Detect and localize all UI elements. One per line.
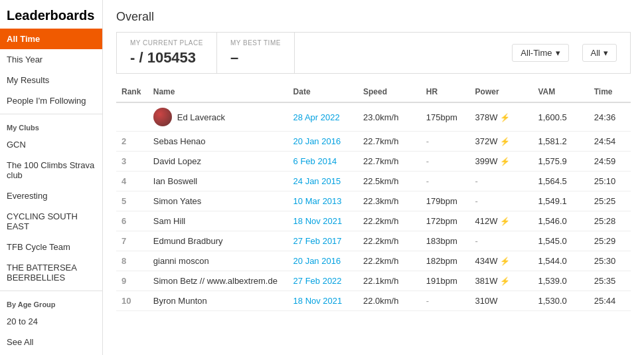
col-speed: Speed bbox=[358, 82, 421, 102]
col-time: Time bbox=[589, 82, 631, 102]
main-content: Overall MY CURRENT PLACE - / 105453 MY B… bbox=[103, 0, 644, 355]
cell-date[interactable]: 28 Apr 2022 bbox=[288, 102, 358, 132]
sidebar-item-battersea[interactable]: THE BATTERSEA BEERBELLIES bbox=[0, 257, 102, 288]
date-link[interactable]: 10 Mar 2013 bbox=[293, 196, 342, 206]
time-filter-button[interactable]: All-Time ▾ bbox=[512, 44, 568, 62]
cell-vam: 1,549.1 bbox=[532, 191, 588, 211]
cell-rank: 7 bbox=[116, 231, 148, 251]
cell-rank: 6 bbox=[116, 211, 148, 231]
cell-date[interactable]: 27 Feb 2022 bbox=[288, 271, 358, 291]
cell-name: Sebas Henao bbox=[148, 132, 288, 152]
sidebar-item-age-20-24[interactable]: 20 to 24 bbox=[0, 311, 102, 332]
lightning-icon: ⚡ bbox=[498, 137, 510, 146]
category-filter-label: All bbox=[591, 48, 600, 58]
lightning-icon: ⚡ bbox=[498, 217, 510, 226]
athlete-name: Ed Laverack bbox=[177, 112, 225, 122]
sidebar-item-tfb[interactable]: TFB Cycle Team bbox=[0, 237, 102, 257]
sidebar-item-cycling-se[interactable]: CYCLING SOUTH EAST bbox=[0, 206, 102, 237]
cell-hr: - bbox=[421, 132, 470, 152]
clubs-section-label: My Clubs bbox=[0, 117, 102, 134]
cell-vam: 1,546.0 bbox=[532, 211, 588, 231]
table-row: 9Simon Betz // www.albextrem.de27 Feb 20… bbox=[116, 271, 631, 291]
leaderboard-table: Rank Name Date Speed HR Power VAM Time E… bbox=[116, 82, 631, 311]
cell-power: - bbox=[470, 172, 533, 191]
cell-power: 310W bbox=[470, 291, 533, 311]
cell-vam: 1,600.5 bbox=[532, 102, 588, 132]
cell-name: Simon Betz // www.albextrem.de bbox=[148, 271, 288, 291]
age-section-label: By Age Group bbox=[0, 294, 102, 311]
date-link[interactable]: 6 Feb 2014 bbox=[293, 156, 337, 166]
sidebar-item-following[interactable]: People I'm Following bbox=[0, 90, 102, 111]
chevron-down-icon: ▾ bbox=[556, 48, 560, 58]
table-row: Ed Laverack28 Apr 202223.0km/h175bpm378W… bbox=[116, 102, 631, 132]
current-place-label: MY CURRENT PLACE bbox=[130, 39, 203, 47]
cell-date[interactable]: 10 Mar 2013 bbox=[288, 191, 358, 211]
cell-date[interactable]: 27 Feb 2017 bbox=[288, 231, 358, 251]
cell-hr: - bbox=[421, 291, 470, 311]
sidebar-item-age-see-all[interactable]: See All bbox=[0, 332, 102, 352]
date-link[interactable]: 18 Nov 2021 bbox=[293, 296, 343, 306]
sidebar-item-100climbs[interactable]: The 100 Climbs Strava club bbox=[0, 155, 102, 185]
table-row: 7Edmund Bradbury27 Feb 201722.2km/h183bp… bbox=[116, 231, 631, 251]
cell-speed: 22.1km/h bbox=[358, 271, 421, 291]
date-link[interactable]: 27 Feb 2022 bbox=[293, 276, 342, 286]
sidebar-item-everesting[interactable]: Everesting bbox=[0, 185, 102, 206]
sidebar: Leaderboards All Time This Year My Resul… bbox=[0, 0, 103, 355]
cell-date[interactable]: 24 Jan 2015 bbox=[288, 172, 358, 191]
table-row: 5Simon Yates10 Mar 201322.3km/h179bpm-1,… bbox=[116, 191, 631, 211]
lightning-icon: ⚡ bbox=[498, 113, 510, 122]
col-date: Date bbox=[288, 82, 358, 102]
date-link[interactable]: 24 Jan 2015 bbox=[293, 176, 341, 186]
cell-power: 378W ⚡ bbox=[470, 102, 533, 132]
cell-speed: 22.3km/h bbox=[358, 191, 421, 211]
table-row: 3David Lopez6 Feb 201422.7km/h-399W ⚡1,5… bbox=[116, 152, 631, 172]
cell-date[interactable]: 20 Jan 2016 bbox=[288, 251, 358, 271]
cell-time: 25:25 bbox=[589, 191, 631, 211]
date-link[interactable]: 28 Apr 2022 bbox=[293, 112, 340, 122]
cell-date[interactable]: 6 Feb 2014 bbox=[288, 152, 358, 172]
cell-rank bbox=[116, 102, 148, 132]
date-link[interactable]: 20 Jan 2016 bbox=[293, 136, 341, 146]
col-hr: HR bbox=[421, 82, 470, 102]
table-row: 4Ian Boswell24 Jan 201522.5km/h--1,564.5… bbox=[116, 172, 631, 191]
cell-vam: 1,539.0 bbox=[532, 271, 588, 291]
cell-rank: 5 bbox=[116, 191, 148, 211]
current-place-section: MY CURRENT PLACE - / 105453 bbox=[117, 33, 217, 73]
date-link[interactable]: 18 Nov 2021 bbox=[293, 216, 343, 226]
cell-time: 25:29 bbox=[589, 231, 631, 251]
cell-name: Ian Boswell bbox=[148, 172, 288, 191]
cell-name: gianni moscon bbox=[148, 251, 288, 271]
sidebar-item-all-time[interactable]: All Time bbox=[0, 29, 102, 49]
lightning-icon: ⚡ bbox=[498, 277, 510, 286]
cell-date[interactable]: 20 Jan 2016 bbox=[288, 132, 358, 152]
cell-speed: 22.0km/h bbox=[358, 291, 421, 311]
cell-speed: 22.2km/h bbox=[358, 251, 421, 271]
cell-date[interactable]: 18 Nov 2021 bbox=[288, 291, 358, 311]
sidebar-item-gcn[interactable]: GCN bbox=[0, 134, 102, 155]
table-header-row: Rank Name Date Speed HR Power VAM Time bbox=[116, 82, 631, 102]
cell-hr: 172bpm bbox=[421, 211, 470, 231]
cell-vam: 1,575.9 bbox=[532, 152, 588, 172]
cell-power: 372W ⚡ bbox=[470, 132, 533, 152]
cell-speed: 22.2km/h bbox=[358, 231, 421, 251]
cell-hr: 183bpm bbox=[421, 231, 470, 251]
cell-hr: 191bpm bbox=[421, 271, 470, 291]
cell-time: 24:36 bbox=[589, 102, 631, 132]
sidebar-title: Leaderboards bbox=[0, 0, 102, 29]
cell-time: 25:44 bbox=[589, 291, 631, 311]
lightning-icon: ⚡ bbox=[498, 257, 510, 266]
best-time-value: – bbox=[230, 49, 281, 66]
sidebar-item-this-year[interactable]: This Year bbox=[0, 49, 102, 70]
date-link[interactable]: 27 Feb 2017 bbox=[293, 236, 342, 246]
cell-hr: 179bpm bbox=[421, 191, 470, 211]
best-time-label: MY BEST TIME bbox=[230, 39, 281, 47]
cell-date[interactable]: 18 Nov 2021 bbox=[288, 211, 358, 231]
date-link[interactable]: 20 Jan 2016 bbox=[293, 256, 341, 266]
cell-speed: 22.2km/h bbox=[358, 211, 421, 231]
best-time-section: MY BEST TIME – bbox=[217, 33, 295, 73]
cell-name: David Lopez bbox=[148, 152, 288, 172]
sidebar-item-my-results[interactable]: My Results bbox=[0, 70, 102, 90]
cell-vam: 1,564.5 bbox=[532, 172, 588, 191]
category-filter-button[interactable]: All ▾ bbox=[582, 44, 617, 62]
cell-vam: 1,530.0 bbox=[532, 291, 588, 311]
